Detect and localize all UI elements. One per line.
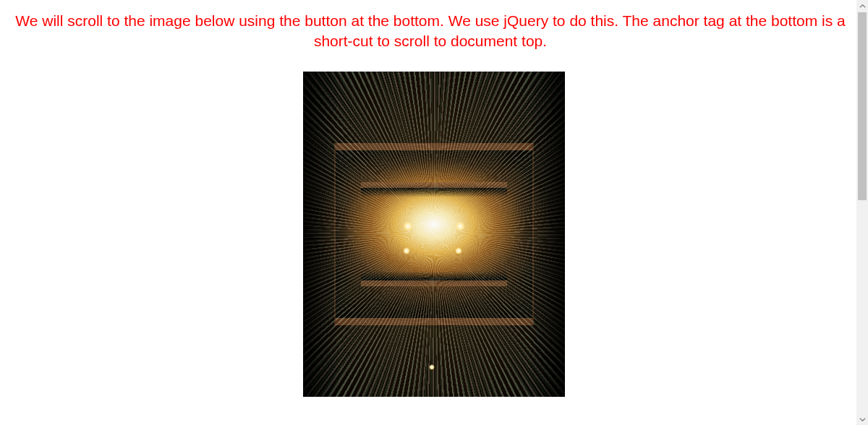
scrollbar-thumb[interactable] bbox=[858, 12, 867, 200]
page-description: We will scroll to the image below using … bbox=[0, 0, 868, 56]
hero-image-container bbox=[0, 72, 868, 400]
scroll-up-button[interactable] bbox=[856, 0, 868, 12]
chevron-up-icon bbox=[859, 3, 866, 9]
hero-image bbox=[303, 72, 565, 397]
vertical-scrollbar[interactable] bbox=[856, 0, 868, 400]
